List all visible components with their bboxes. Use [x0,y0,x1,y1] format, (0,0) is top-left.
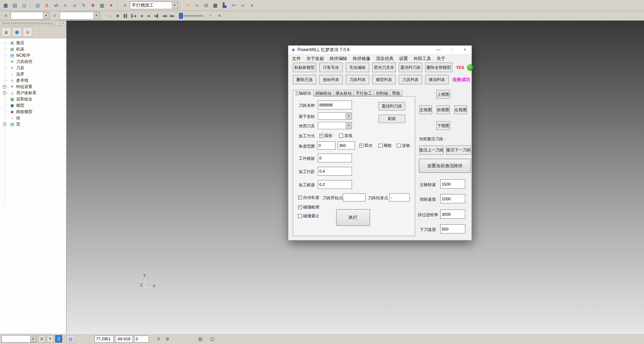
stats-icon[interactable]: ▙ [220,1,229,10]
tolerance-input[interactable] [318,180,352,189]
menu-about-coords[interactable]: 关于坐标 [306,56,324,62]
fast-forward-button[interactable]: ▶▶ [168,12,176,20]
panel-pin-button[interactable]: ▫ [55,21,60,25]
globe-icon[interactable]: ◉ [12,27,22,37]
tab-help[interactable]: 帮助 [390,90,402,96]
close-button[interactable]: × [458,46,472,55]
toolpath-list-button[interactable]: 刀路列表 [346,75,369,84]
step-start-button[interactable]: ▌◀ [130,12,137,20]
tree-item-machine-tools[interactable]: ▦ 机床 [0,46,66,52]
menu-path-edit[interactable]: 路径编辑 [330,56,347,62]
end-point-input[interactable] [389,193,410,201]
rearrange-toolpaths-button[interactable]: 重排列刀路 [399,63,422,72]
step-forward-button[interactable]: ▶ [145,12,153,20]
panel-close-button[interactable]: × [61,21,65,25]
view-top-button[interactable]: 上视图 [436,90,450,99]
menu-settings[interactable]: 设置 [399,56,408,62]
clip-icon[interactable]: ✂ [230,1,238,10]
toolpath-name-input[interactable] [318,101,352,109]
view-left-button[interactable]: 左视图 [419,105,432,114]
delete-all-models-button[interactable]: 删除全部模型 [425,63,452,72]
coord-list-button[interactable]: 坐标列表 [319,75,343,84]
compute-stock-button[interactable]: 计算毛坯 [319,63,343,72]
tree-item-workplanes[interactable]: + ⊥ 用户坐标系 [0,90,66,96]
expand-icon[interactable]: + [3,85,6,88]
save-icon[interactable]: ▤ [11,1,19,10]
panels-icon[interactable]: ◫ [209,335,216,343]
play-button[interactable]: ▶ [114,12,122,20]
tree-item-stock-models[interactable]: ◆ 残留模型 [0,109,66,115]
view-right-button[interactable]: 右视图 [454,105,467,114]
rearrange-button[interactable]: 重排列刀路 [378,102,405,110]
transform-icon[interactable]: ⇄ [52,1,60,10]
collision-avoid-checkbox[interactable]: 碰撞避让 [298,213,319,219]
stock-edit-button[interactable]: 毛坯编辑 [346,63,369,72]
tab-parallel[interactable]: 平行加工 [353,90,374,96]
pattern-icon[interactable]: ❖ [89,1,97,10]
tree-item-patterns[interactable]: ∿ 参考线 [0,77,66,84]
tool-list-button[interactable]: 刀具列表 [399,75,422,84]
spindle-speed-input[interactable] [440,179,465,189]
circle-checkbox[interactable]: 圆形 [319,133,332,138]
stock-allowance-input[interactable] [318,154,352,162]
frame-icon[interactable]: ⊞ [202,1,210,10]
bulb-icon[interactable]: ☼ [105,12,114,20]
expand-icon[interactable]: + [3,91,6,95]
curve-icon[interactable]: ∿ [61,1,70,10]
tree-item-activate[interactable]: ▣ 激活 [0,40,66,46]
tree-item-toolpaths[interactable]: ≋ 刀具路径 [0,59,66,65]
z-axis-button[interactable]: Z [55,335,62,343]
statusbar-view-select[interactable]: ▾ [1,335,37,343]
paste-new-model-button[interactable]: 粘贴新模型 [293,63,316,72]
calculator-icon[interactable]: ▦ [211,1,220,10]
simulation-speed-slider[interactable] [179,13,203,19]
coord-z-input[interactable] [134,336,149,343]
dialog-title-bar[interactable]: ❖ PowerMILL 忆梦星河 7.0.6 — □ × [288,46,472,55]
clock-icon[interactable]: ◔ [206,12,214,20]
tree-item-models[interactable]: ▣ 模型 [0,102,66,109]
tool-icon[interactable]: + [50,12,59,20]
tree-item-nc-programs[interactable]: ▤ NC程序 [0,52,66,59]
tab-saw[interactable]: 切割锯 [374,90,390,96]
climb-checkbox[interactable]: 顺铣 [378,143,392,148]
measure-icon[interactable]: ∆ [43,1,51,10]
maximize-button[interactable]: □ [445,46,458,55]
list-icon[interactable]: ≡ [155,335,162,343]
cutting-speed-input[interactable] [440,194,465,203]
step-end-button[interactable]: ▶▌ [153,12,160,20]
model-list-button[interactable]: 模型列表 [372,75,396,84]
collision-check-checkbox[interactable]: 碰撞检测 [298,204,319,210]
skim-feed-input[interactable] [440,210,465,219]
tree-item-boundaries[interactable]: ○ 边界 [0,71,66,77]
menu-external-tools[interactable]: 外部工具 [413,56,431,62]
auto-length-checkbox[interactable]: 自动长度 [298,195,319,200]
line-checkbox[interactable]: 直线 [339,133,352,138]
tool-select[interactable]: ▾ [60,12,100,20]
toolpath-select[interactable]: ▾ [11,12,50,20]
rewind-button[interactable]: ◀◀ [161,12,168,20]
clipboard-icon[interactable]: ▤ [197,335,204,343]
panel-drag-grip[interactable] [2,22,53,24]
stepover-input[interactable] [318,167,352,176]
tree-item-feature-sets[interactable]: + ✦ 特征设置 [0,84,66,90]
x-axis-button[interactable]: X [38,335,45,343]
view-bottom-button[interactable]: 下视图 [436,121,450,130]
pause-button[interactable]: ▌▌ [122,12,129,20]
toolpath-list-icon[interactable]: ≡ [1,12,10,20]
levels-icon[interactable]: ▩ [98,1,106,10]
plunge-speed-input[interactable] [440,224,465,234]
tree-item-groups[interactable]: ○ 组 [0,115,66,121]
grid-toggle-button[interactable]: ▦ [67,335,75,343]
main-toolbar-close-button[interactable]: × [248,1,256,10]
set-active-path-button[interactable]: 设置当前激活路径 [419,159,471,173]
search-icon[interactable]: ∞ [239,1,247,10]
strategy-icon[interactable]: ≡ [121,1,129,10]
menu-render-sim[interactable]: 渲染仿真 [376,56,394,62]
expand-icon[interactable]: + [3,123,6,126]
feature-icon[interactable]: ✦ [107,1,115,10]
refresh-button[interactable]: 刷新 [378,115,405,123]
tree-item-levels-sets[interactable]: ▩ 层和组合 [0,96,66,102]
tool-library-button[interactable]: 星河刀具库 [372,63,396,72]
activate-next-toolpath-button[interactable]: 激活下一刀路 [446,145,471,155]
coord-y-input[interactable] [115,336,133,343]
